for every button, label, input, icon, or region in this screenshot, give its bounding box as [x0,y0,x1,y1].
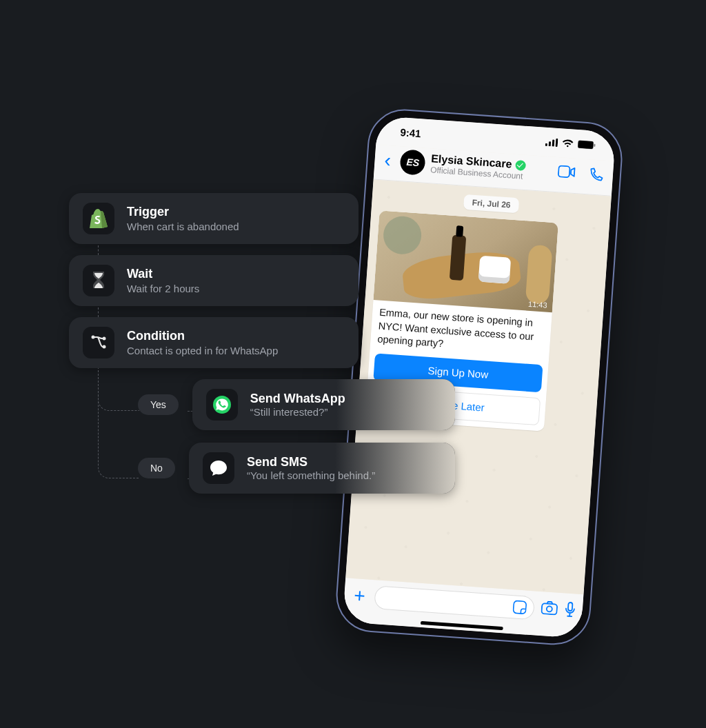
date-chip: Fri, Jul 26 [463,194,519,214]
flow-node-condition[interactable]: Condition Contact is opted in for WhatsA… [69,317,359,368]
message-input[interactable] [374,585,535,620]
node-subtitle: Contact is opted in for WhatsApp [127,344,278,358]
verified-badge-icon [515,159,526,170]
chat-title-block[interactable]: Elysia Skincare Official Business Accoun… [430,152,553,183]
node-title: Trigger [127,204,239,220]
branch-yes-row: Yes Send WhatsApp “Still interested?” [69,379,455,430]
svg-rect-2 [552,140,555,147]
branch-icon [83,327,114,358]
node-subtitle: “Still interested?” [250,406,345,418]
status-time: 9:41 [400,126,421,139]
svg-rect-0 [545,143,547,146]
status-indicators [545,138,596,150]
svg-rect-6 [594,144,595,147]
node-title: Condition [127,328,278,344]
flow-node-trigger[interactable]: Trigger When cart is abandoned [69,193,359,244]
node-title: Send WhatsApp [250,392,345,406]
avatar[interactable]: ES [400,149,426,175]
battery-icon [578,140,596,150]
branch-no-row: No Send SMS “You left something behind.” [69,443,455,494]
svg-rect-11 [568,603,573,611]
video-call-icon[interactable] [557,165,576,181]
sms-icon [203,452,234,484]
node-subtitle: When cart is abandoned [127,220,239,234]
svg-point-10 [547,606,553,612]
camera-icon[interactable] [541,600,558,618]
svg-rect-5 [579,141,593,148]
svg-rect-9 [541,603,557,614]
shopify-icon [83,203,114,234]
add-attachment-button[interactable]: + [350,585,368,608]
whatsapp-icon [206,389,238,421]
node-title: Send SMS [247,455,375,469]
hourglass-icon [83,265,114,296]
back-button[interactable]: ‹ [380,149,396,172]
svg-rect-7 [558,165,570,177]
cellular-icon [545,138,558,147]
branch-no-pill: No [138,458,175,478]
voice-call-icon[interactable] [587,167,603,183]
svg-rect-3 [556,139,558,147]
flow-node-wait[interactable]: Wait Wait for 2 hours [69,255,359,306]
node-title: Wait [127,266,199,282]
sticker-icon[interactable] [512,600,527,614]
flow-node-send-sms[interactable]: Send SMS “You left something behind.” [189,443,455,494]
svg-rect-1 [549,141,551,146]
automation-flow: Trigger When cart is abandoned Wait Wait… [69,193,455,506]
node-subtitle: Wait for 2 hours [127,282,199,296]
branch-yes-pill: Yes [138,394,179,415]
wifi-icon [562,139,574,148]
flow-node-send-whatsapp[interactable]: Send WhatsApp “Still interested?” [192,379,455,430]
node-subtitle: “You left something behind.” [247,469,375,481]
message-time: 11:43 [528,300,547,310]
mic-icon[interactable] [564,601,576,620]
svg-rect-8 [513,600,526,614]
